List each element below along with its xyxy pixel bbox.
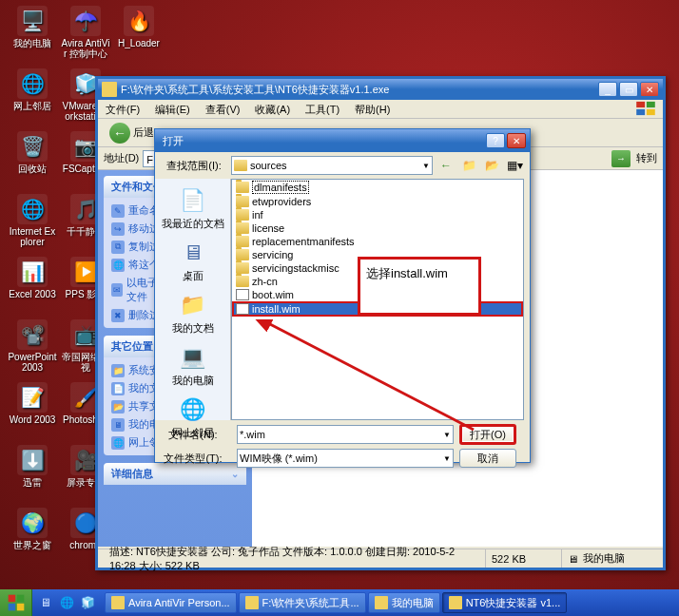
- lookin-combo[interactable]: sources▼: [231, 156, 433, 175]
- desktop-icon[interactable]: 🗑️回收站: [8, 131, 57, 174]
- svg-rect-0: [636, 102, 645, 107]
- place-item[interactable]: 📁我的文档: [161, 287, 225, 339]
- place-label: 桌面: [161, 269, 225, 283]
- svg-rect-7: [8, 604, 15, 611]
- place-item[interactable]: 🖥桌面: [161, 235, 225, 287]
- svg-rect-2: [636, 109, 645, 115]
- icon-label: Avira AntiVir 控制中心: [61, 38, 110, 59]
- filetype-combo[interactable]: WIM映像 (*.wim)▼: [237, 449, 454, 468]
- status-location: 🖥我的电脑: [562, 549, 657, 568]
- place-item[interactable]: 📄我最近的文档: [161, 183, 225, 235]
- file-item[interactable]: license: [232, 221, 523, 235]
- maximize-button[interactable]: ▭: [619, 82, 638, 97]
- taskbar-task[interactable]: F:\软件夹\系统工具...: [239, 592, 366, 613]
- icon-label: Internet Explorer: [8, 226, 57, 247]
- up-icon[interactable]: 📁: [459, 156, 478, 175]
- desktop-icon[interactable]: 🖥️我的电脑: [8, 6, 57, 48]
- icon-label: 回收站: [8, 164, 57, 174]
- menu-item[interactable]: 收藏(A): [247, 100, 298, 118]
- menubar: 文件(F)编辑(E)查看(V)收藏(A)工具(T)帮助(H): [98, 100, 663, 119]
- task-icon: 🌐: [111, 259, 125, 272]
- menu-item[interactable]: 文件(F): [98, 100, 147, 118]
- start-button[interactable]: [0, 589, 32, 616]
- place-icon: 📁: [177, 291, 209, 319]
- quicklaunch-item[interactable]: 🧊: [78, 593, 97, 612]
- minimize-button[interactable]: _: [598, 82, 617, 97]
- task-icon: 🖥: [111, 418, 125, 432]
- file-name: servicingstackmisc: [252, 262, 340, 274]
- newfolder-icon[interactable]: 📂: [482, 156, 501, 175]
- menu-item[interactable]: 编辑(E): [147, 100, 198, 118]
- place-item[interactable]: 💻我的电脑: [161, 339, 225, 392]
- dialog-close-button[interactable]: ✕: [507, 133, 526, 148]
- app-icon: ☂️: [70, 6, 101, 36]
- desktop-icon[interactable]: 📽️PowerPoint 2003: [8, 319, 57, 373]
- explorer-titlebar[interactable]: F:\软件夹\系统工具\系统安装工具\NT6快捷安装器v1.1.exe _ ▭ …: [98, 79, 663, 100]
- icon-label: Word 2003: [8, 414, 57, 425]
- folder-icon: [236, 262, 249, 274]
- icon-label: 网上邻居: [8, 101, 57, 111]
- open-button[interactable]: 打开(O): [459, 424, 516, 445]
- dialog-titlebar[interactable]: 打开 ? ✕: [155, 129, 530, 152]
- desktop-icon[interactable]: 📝Word 2003: [8, 382, 57, 425]
- taskbar-task[interactable]: NT6快捷安装器 v1...: [442, 592, 568, 613]
- windows-logo-icon: [634, 100, 663, 118]
- quicklaunch-item[interactable]: 🌐: [57, 593, 76, 612]
- task-icon: [111, 596, 125, 609]
- place-icon: 🌐: [177, 395, 209, 424]
- statusbar: 描述: NT6快捷安装器 公司: 兔子作品 文件版本: 1.0.0.0 创建日期…: [98, 549, 663, 568]
- app-icon: 📝: [17, 382, 48, 413]
- file-item[interactable]: replacementmanifests: [232, 235, 523, 248]
- desktop-icon[interactable]: 🌍世界之窗: [8, 508, 57, 550]
- folder-icon: [102, 82, 117, 97]
- task-icon: ✉: [111, 283, 123, 297]
- taskbar-task[interactable]: Avira AntiVir Person...: [105, 592, 237, 613]
- file-item[interactable]: dlmanifests: [232, 180, 523, 195]
- go-label: 转到: [636, 151, 657, 165]
- icon-label: 我的电脑: [8, 38, 57, 48]
- status-size: 522 KB: [486, 549, 562, 568]
- quicklaunch-item[interactable]: 🖥: [36, 593, 55, 612]
- help-button[interactable]: ?: [486, 133, 505, 148]
- menu-item[interactable]: 帮助(H): [347, 100, 398, 118]
- desktop-icon[interactable]: ☂️Avira AntiVir 控制中心: [61, 6, 110, 59]
- task-icon: ✎: [111, 204, 125, 218]
- place-icon: 💻: [177, 343, 209, 372]
- desktop-icon[interactable]: ⬇️迅雷: [8, 445, 57, 488]
- file-name: install.wim: [252, 303, 301, 315]
- task-icon: 🌐: [111, 436, 125, 450]
- menu-item[interactable]: 查看(V): [198, 100, 248, 118]
- filename-input[interactable]: *.wim▼: [237, 425, 454, 444]
- file-item[interactable]: inf: [232, 208, 523, 221]
- desktop-icon[interactable]: 📊Excel 2003: [8, 257, 57, 299]
- cancel-button[interactable]: 取消: [459, 449, 516, 468]
- file-item[interactable]: etwproviders: [232, 195, 523, 208]
- task-buttons: Avira AntiVir Person...F:\软件夹\系统工具...我的电…: [101, 590, 664, 615]
- icon-label: 迅雷: [8, 477, 57, 488]
- filetype-label: 文件类型(T):: [155, 452, 231, 466]
- app-icon: 📽️: [17, 319, 48, 350]
- desktop-icon[interactable]: 🌐Internet Explorer: [8, 194, 57, 247]
- app-icon: 🌍: [17, 508, 48, 538]
- place-icon: 🖥: [177, 239, 209, 267]
- file-icon: [236, 303, 249, 315]
- icon-label: PowerPoint 2003: [8, 352, 57, 373]
- back-icon[interactable]: ←: [436, 156, 456, 175]
- menu-item[interactable]: 工具(T): [298, 100, 347, 118]
- folder-icon: [236, 276, 249, 287]
- close-button[interactable]: ✕: [640, 82, 659, 97]
- task-icon: [245, 596, 259, 609]
- file-icon: [236, 289, 249, 300]
- app-icon: ⬇️: [17, 445, 48, 475]
- task-icon: 📁: [111, 364, 125, 377]
- explorer-title: F:\软件夹\系统工具\系统安装工具\NT6快捷安装器v1.1.exe: [121, 83, 598, 97]
- place-label: 我的文档: [161, 321, 225, 336]
- go-button[interactable]: →: [611, 150, 630, 167]
- views-icon[interactable]: ▦▾: [505, 156, 524, 175]
- taskbar-task[interactable]: 我的电脑: [368, 592, 440, 613]
- folder-icon: [236, 182, 249, 193]
- desktop-icon[interactable]: 🔥H_Loader: [114, 6, 164, 48]
- file-name: boot.wim: [252, 289, 294, 300]
- file-name: inf: [252, 209, 263, 221]
- desktop-icon[interactable]: 🌐网上邻居: [8, 68, 57, 111]
